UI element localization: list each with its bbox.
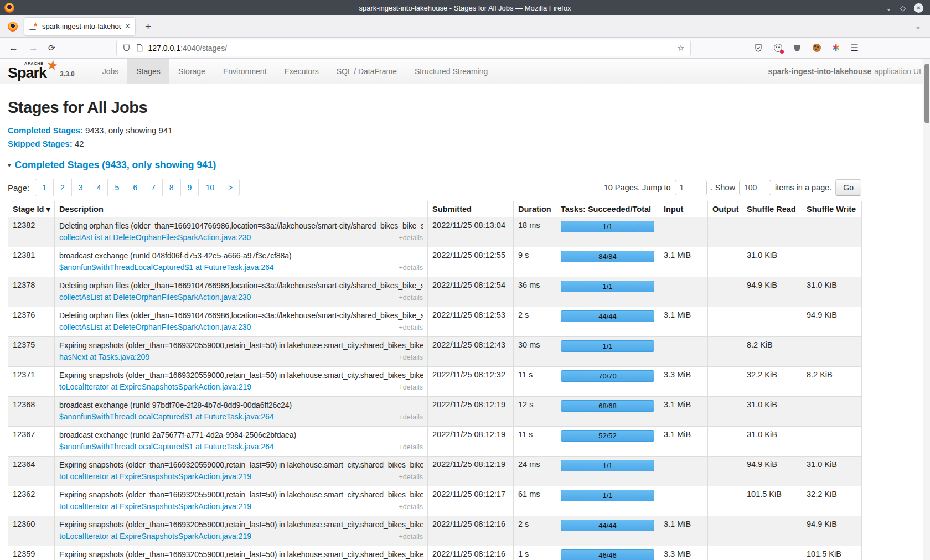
details-toggle[interactable]: +details bbox=[399, 501, 423, 512]
page-info-icon[interactable] bbox=[136, 44, 143, 52]
output-cell bbox=[708, 337, 742, 367]
input-cell bbox=[659, 337, 708, 367]
url-text: 127.0.0.1:4040/stages/ bbox=[148, 44, 673, 53]
cookie-extension-icon[interactable] bbox=[812, 43, 822, 53]
reload-button[interactable]: ⟳ bbox=[48, 44, 55, 52]
spark-version: 3.3.0 bbox=[60, 70, 75, 78]
ublock-shield-icon[interactable] bbox=[793, 43, 802, 53]
stage-detail-link[interactable]: toLocalIterator at ExpireSnapshotsSparkA… bbox=[59, 501, 251, 512]
column-header-5[interactable]: Input bbox=[659, 201, 708, 217]
page-button-6[interactable]: 6 bbox=[126, 179, 144, 196]
table-row: 12376 Deleting orphan files (older_than=… bbox=[8, 307, 862, 337]
vertical-scrollbar[interactable] bbox=[923, 59, 930, 560]
tasks-progress-bar: 1/1 bbox=[561, 490, 654, 501]
column-header-3[interactable]: Duration bbox=[514, 201, 556, 217]
tasks-cell: 1/1 bbox=[556, 337, 659, 367]
nav-tab-jobs[interactable]: Jobs bbox=[94, 59, 128, 84]
page-button-3[interactable]: 3 bbox=[71, 179, 90, 196]
privacy-shield-check-icon[interactable] bbox=[754, 43, 763, 53]
menu-icon[interactable]: ☰ bbox=[851, 43, 859, 53]
page-button-7[interactable]: 7 bbox=[144, 179, 163, 196]
back-button[interactable]: ← bbox=[9, 43, 18, 53]
tasks-progress-bar: 1/1 bbox=[561, 340, 654, 352]
shuffle-write-cell: 31.0 KiB bbox=[802, 457, 862, 486]
window-maximize-button[interactable]: ◇ bbox=[900, 4, 906, 12]
column-header-7[interactable]: Shuffle Read bbox=[742, 201, 802, 217]
page-button-8[interactable]: 8 bbox=[162, 179, 181, 196]
shuffle-write-cell: 101.5 KiB bbox=[802, 546, 862, 560]
go-button[interactable]: Go bbox=[835, 179, 861, 196]
items-label: items in a page. bbox=[775, 183, 831, 192]
tab-overflow-chevron-icon[interactable]: ⌄ bbox=[915, 22, 921, 30]
page-button-9[interactable]: 9 bbox=[180, 179, 199, 196]
completed-stages-section-toggle[interactable]: ▾ Completed Stages (9433, only showing 9… bbox=[8, 159, 930, 171]
tab-strip: ★ spark-ingest-into-lakehous ✕ + ⌄ bbox=[0, 15, 930, 38]
details-toggle[interactable]: +details bbox=[399, 382, 423, 393]
description-cell: Expiring snapshots (older_than=166932055… bbox=[55, 546, 428, 560]
details-toggle[interactable]: +details bbox=[399, 471, 423, 483]
details-toggle[interactable]: +details bbox=[399, 412, 423, 423]
nav-tab-environment[interactable]: Environment bbox=[214, 59, 276, 84]
stage-detail-link[interactable]: toLocalIterator at ExpireSnapshotsSparkA… bbox=[59, 381, 251, 392]
submitted-cell: 2022/11/25 08:12:43 bbox=[428, 337, 514, 367]
output-cell bbox=[708, 546, 742, 560]
details-toggle[interactable]: +details bbox=[399, 531, 423, 542]
nav-tab-storage[interactable]: Storage bbox=[169, 59, 214, 84]
jump-to-page-input[interactable] bbox=[675, 180, 707, 195]
nav-tab-executors[interactable]: Executors bbox=[276, 59, 328, 84]
stage-detail-link[interactable]: collectAsList at DeleteOrphanFilesSparkA… bbox=[59, 232, 251, 243]
multicolor-asterisk-extension-icon[interactable]: ✱ bbox=[831, 43, 841, 53]
stage-id-cell: 12381 bbox=[8, 247, 55, 277]
page-button-group: 12345678910> bbox=[35, 179, 240, 196]
page-button-5[interactable]: 5 bbox=[107, 179, 126, 196]
stage-description: Expiring snapshots (older_than=166932055… bbox=[59, 549, 423, 560]
page-button-4[interactable]: 4 bbox=[90, 179, 108, 196]
column-header-4[interactable]: Tasks: Succeeded/Total bbox=[556, 201, 659, 217]
skipped-stages-link[interactable]: Skipped Stages: bbox=[8, 139, 73, 148]
column-header-0[interactable]: Stage Id ▾ bbox=[8, 201, 55, 217]
shuffle-write-cell bbox=[802, 427, 862, 457]
shield-icon[interactable] bbox=[122, 44, 131, 52]
window-minimize-button[interactable]: ⌄ bbox=[886, 4, 892, 12]
details-toggle[interactable]: +details bbox=[399, 292, 423, 303]
column-header-6[interactable]: Output bbox=[708, 201, 742, 217]
details-toggle[interactable]: +details bbox=[399, 352, 423, 363]
details-toggle[interactable]: +details bbox=[399, 322, 423, 333]
stage-detail-link[interactable]: collectAsList at DeleteOrphanFilesSparkA… bbox=[59, 292, 251, 303]
items-per-page-input[interactable] bbox=[739, 180, 771, 195]
completed-stages-link[interactable]: Completed Stages: bbox=[8, 126, 83, 135]
tab-close-icon[interactable]: ✕ bbox=[125, 23, 130, 30]
shuffle-read-cell: 94.9 KiB bbox=[742, 277, 802, 307]
browser-tab[interactable]: ★ spark-ingest-into-lakehous ✕ bbox=[24, 18, 135, 35]
new-tab-button[interactable]: + bbox=[145, 20, 151, 33]
stage-detail-link[interactable]: $anonfun$withThreadLocalCaptured$1 at Fu… bbox=[59, 441, 274, 452]
page-next-button[interactable]: > bbox=[221, 179, 240, 196]
column-header-2[interactable]: Submitted bbox=[428, 201, 514, 217]
details-toggle[interactable]: +details bbox=[399, 442, 423, 453]
stage-detail-link[interactable]: $anonfun$withThreadLocalCaptured$1 at Fu… bbox=[59, 411, 274, 422]
column-header-8[interactable]: Shuffle Write bbox=[802, 201, 862, 217]
stage-detail-link[interactable]: $anonfun$withThreadLocalCaptured$1 at Fu… bbox=[59, 262, 274, 273]
scrollbar-thumb[interactable] bbox=[924, 64, 929, 123]
browser-toolbar: ← → ⟳ 127.0.0.1:4040/stages/ ☆ ✱ ☰ bbox=[0, 38, 930, 59]
details-toggle[interactable]: +details bbox=[399, 232, 423, 243]
stage-detail-link[interactable]: hasNext at Tasks.java:209 bbox=[59, 351, 149, 362]
stage-detail-link[interactable]: toLocalIterator at ExpireSnapshotsSparkA… bbox=[59, 471, 251, 482]
url-bar[interactable]: 127.0.0.1:4040/stages/ ☆ bbox=[116, 40, 691, 56]
firefox-view-button[interactable] bbox=[8, 22, 18, 32]
tasks-cell: 1/1 bbox=[556, 277, 659, 307]
nav-tab-sql-dataframe[interactable]: SQL / DataFrame bbox=[328, 59, 406, 84]
bookmark-star-icon[interactable]: ☆ bbox=[677, 43, 684, 53]
stage-detail-link[interactable]: collectAsList at DeleteOrphanFilesSparkA… bbox=[59, 322, 251, 333]
page-button-10[interactable]: 10 bbox=[198, 179, 221, 196]
column-header-1[interactable]: Description bbox=[55, 201, 428, 217]
forward-button[interactable]: → bbox=[29, 43, 38, 53]
mask-extension-icon[interactable] bbox=[773, 43, 783, 53]
nav-tab-stages[interactable]: Stages bbox=[127, 59, 169, 84]
details-toggle[interactable]: +details bbox=[399, 262, 423, 273]
stage-detail-link[interactable]: toLocalIterator at ExpireSnapshotsSparkA… bbox=[59, 531, 251, 542]
nav-tab-structured-streaming[interactable]: Structured Streaming bbox=[406, 59, 497, 84]
page-button-2[interactable]: 2 bbox=[53, 179, 72, 196]
page-button-1[interactable]: 1 bbox=[35, 179, 54, 196]
window-close-button[interactable]: ✕ bbox=[914, 3, 923, 13]
